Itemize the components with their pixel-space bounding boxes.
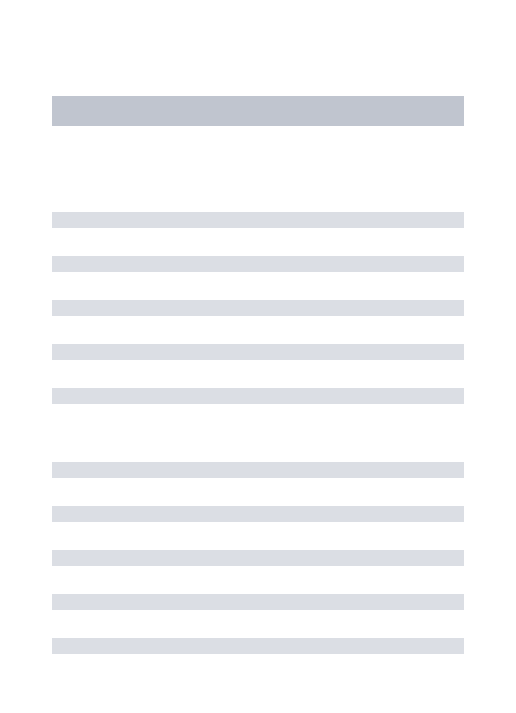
skeleton-line — [52, 594, 464, 610]
skeleton-container — [0, 0, 516, 654]
skeleton-line — [52, 506, 464, 522]
skeleton-line — [52, 256, 464, 272]
skeleton-line — [52, 638, 464, 654]
skeleton-line — [52, 462, 464, 478]
skeleton-line — [52, 550, 464, 566]
skeleton-group-1 — [52, 212, 464, 404]
skeleton-line — [52, 300, 464, 316]
skeleton-line — [52, 212, 464, 228]
skeleton-header — [52, 96, 464, 126]
skeleton-line — [52, 344, 464, 360]
skeleton-group-2 — [52, 462, 464, 654]
skeleton-line — [52, 388, 464, 404]
skeleton-gap — [52, 432, 464, 462]
